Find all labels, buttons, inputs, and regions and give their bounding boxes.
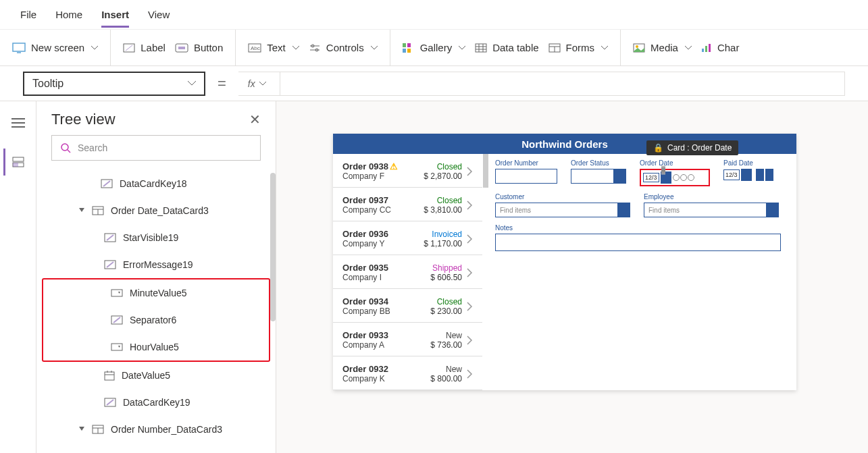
order-row[interactable]: Order 0932Company KNew$ 800.00	[333, 356, 482, 390]
order-status-label: Order Status	[571, 159, 626, 167]
button-icon	[175, 43, 188, 53]
svg-line-3	[126, 45, 132, 51]
dropdown-icon	[111, 343, 123, 351]
order-row[interactable]: Order 0934Company BBClosed$ 230.00	[333, 289, 482, 323]
order-price: $ 736.00	[409, 340, 462, 350]
svg-line-36	[68, 150, 70, 153]
svg-line-55	[107, 400, 113, 405]
chart-icon	[701, 43, 712, 53]
list-scrollbar[interactable]	[483, 154, 488, 188]
status-badge: New	[409, 365, 462, 374]
tree-item[interactable]: Separator6	[43, 307, 269, 334]
order-number-input[interactable]	[495, 169, 557, 184]
menu-view[interactable]: View	[148, 9, 170, 20]
order-row[interactable]: Order 0936Company YInvoiced$ 1,170.00	[333, 221, 482, 255]
chevron-down-icon	[259, 82, 266, 86]
svg-rect-14	[403, 49, 406, 53]
chart-button[interactable]: Char	[701, 42, 740, 53]
order-id: Order 0938⚠	[342, 161, 409, 171]
order-status-select[interactable]	[571, 169, 626, 184]
order-price: $ 800.00	[409, 374, 462, 383]
customer-combo[interactable]: Find items	[495, 203, 630, 217]
order-id: Order 0935	[342, 263, 409, 273]
employee-combo[interactable]: Find items	[644, 203, 779, 217]
search-input[interactable]: Search	[51, 135, 261, 161]
label-button[interactable]: Label	[123, 42, 165, 53]
status-badge: Closed	[409, 196, 462, 205]
order-date-card[interactable]: 12/3	[640, 169, 710, 186]
order-row[interactable]: Order 0938⚠Company FClosed$ 2,870.00	[333, 154, 482, 188]
status-badge: New	[409, 331, 462, 340]
order-date-value: 12/3	[643, 173, 659, 182]
chevron-down-icon	[459, 46, 465, 50]
label-icon	[101, 179, 113, 188]
svg-rect-49	[111, 344, 122, 350]
button-text: Button	[194, 42, 223, 53]
tree-item[interactable]: MinuteValue5	[43, 279, 269, 307]
tree-item[interactable]: DataCardKey18	[36, 170, 276, 197]
controls-label: Controls	[326, 42, 364, 53]
property-select[interactable]: Tooltip	[23, 72, 205, 96]
chevron-right-icon	[466, 335, 473, 346]
formula-input[interactable]: fx	[238, 72, 845, 96]
media-button[interactable]: Media	[633, 42, 692, 53]
notes-label: Notes	[495, 224, 781, 232]
scrollbar[interactable]	[270, 173, 276, 321]
button-control[interactable]: Button	[175, 42, 223, 53]
tree-item[interactable]: ErrorMessage19	[36, 251, 276, 278]
calendar-icon[interactable]	[741, 169, 752, 181]
forms-button[interactable]: Forms	[548, 42, 609, 53]
new-screen-button[interactable]: New screen	[12, 42, 98, 53]
tree-item[interactable]: DataCardKey19	[36, 389, 276, 416]
datatable-label: Data table	[492, 42, 538, 53]
tree-body: DataCardKey18Order Date_DataCard3StarVis…	[36, 170, 276, 453]
label-icon	[123, 43, 135, 53]
tree-title: Tree view	[51, 111, 116, 128]
customer-label: Customer	[495, 193, 630, 201]
tree-item[interactable]: HourValue5	[43, 334, 269, 361]
text-button[interactable]: Abc Text	[248, 42, 299, 53]
menu-file[interactable]: File	[20, 9, 36, 20]
controls-icon	[309, 43, 321, 53]
tree-item[interactable]: DateValue5	[36, 362, 276, 389]
gallery-button[interactable]: Gallery	[403, 42, 466, 53]
caret-icon	[78, 207, 85, 214]
order-price: $ 606.50	[409, 273, 462, 282]
order-row[interactable]: Order 0937Company CCClosed$ 3,810.00	[333, 188, 482, 221]
tree-item-label: Order Number_DataCard3	[111, 424, 222, 435]
order-price: $ 3,810.00	[409, 205, 462, 215]
order-row[interactable]: Order 0935Company IShipped$ 606.50	[333, 255, 482, 289]
svg-rect-13	[407, 43, 411, 47]
order-row[interactable]: Order 0933Company ANew$ 736.00	[333, 323, 482, 356]
datatable-button[interactable]: Data table	[475, 42, 538, 53]
paid-date-input[interactable]: 12/3	[723, 169, 773, 181]
tree-item-label: DataCardKey18	[120, 178, 187, 189]
tree-item[interactable]: Order Date_DataCard3	[36, 197, 276, 224]
chevron-down-icon	[601, 46, 608, 50]
tree-view-button[interactable]	[3, 149, 30, 176]
tree-item-label: Separator6	[130, 315, 176, 325]
tree-item[interactable]: StarVisible19	[36, 224, 276, 251]
tree-item-label: MinuteValue5	[130, 288, 187, 298]
tooltip-text: Card : Order Date	[667, 143, 732, 153]
svg-point-35	[61, 144, 68, 151]
chevron-right-icon	[466, 200, 473, 211]
notes-input[interactable]	[495, 234, 781, 251]
minute-select[interactable]	[765, 169, 773, 181]
menu-insert[interactable]: Insert	[101, 9, 129, 28]
hour-select[interactable]	[756, 169, 764, 181]
svg-line-38	[103, 181, 110, 186]
employee-label: Employee	[644, 193, 779, 201]
tree-item[interactable]: Order Number_DataCard3	[36, 416, 276, 443]
close-icon[interactable]: ✕	[249, 111, 261, 128]
hamburger-button[interactable]	[5, 109, 32, 136]
svg-rect-0	[13, 43, 25, 51]
new-screen-label: New screen	[31, 42, 84, 53]
tree-item-label: Order Date_DataCard3	[111, 205, 209, 216]
media-icon	[633, 43, 645, 53]
fx-label: fx	[248, 78, 255, 89]
svg-rect-12	[403, 43, 406, 47]
controls-button[interactable]: Controls	[309, 42, 378, 53]
label-icon	[111, 315, 123, 325]
menu-home[interactable]: Home	[55, 9, 82, 20]
